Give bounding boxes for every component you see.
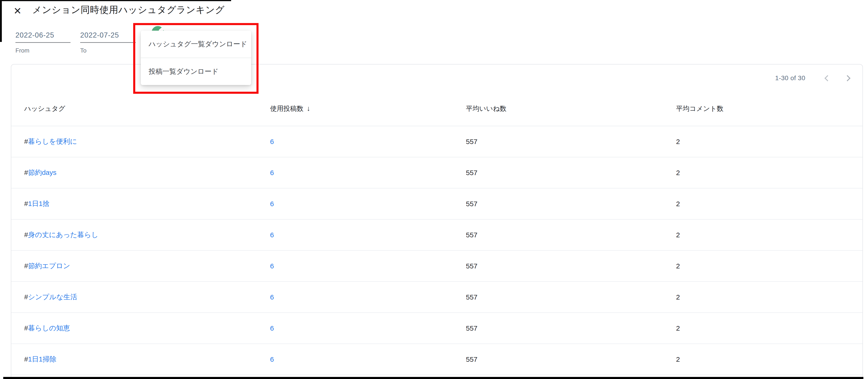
date-from-input[interactable]: 2022-06-25 (16, 31, 70, 40)
hash-prefix: # (24, 355, 28, 363)
column-header-avg-likes[interactable]: 平均いいね数 (453, 104, 663, 113)
close-button[interactable]: ✕ (11, 5, 24, 18)
table-header-row: ハッシュタグ 使用投稿数↓ 平均いいね数 平均コメント数 (11, 92, 863, 126)
posts-used-cell: 6 (257, 355, 453, 363)
table-body: #暮らしを便利に 6 557 2 #節約days 6 557 2 #1日1捨 6 (11, 126, 863, 375)
avg-likes-cell: 557 (453, 324, 663, 332)
date-to-field: 2022-07-25 To (80, 31, 136, 54)
chevron-left-icon (825, 75, 831, 81)
avg-likes-value: 557 (466, 262, 477, 270)
posts-used-cell: 6 (257, 262, 453, 270)
hash-prefix: # (24, 137, 28, 145)
avg-likes-cell: 557 (453, 262, 663, 270)
hashtag-cell: #暮らしを便利に (11, 137, 257, 146)
avg-comments-value: 2 (676, 200, 680, 208)
bottom-black-bar (3, 377, 863, 379)
avg-comments-value: 2 (676, 231, 680, 239)
avg-comments-value: 2 (676, 324, 680, 332)
page-title: メンション同時使用ハッシュタグランキング (32, 4, 225, 16)
avg-comments-cell: 2 (663, 262, 863, 270)
avg-comments-cell: 2 (663, 293, 863, 301)
avg-likes-cell: 557 (453, 355, 663, 363)
hash-prefix: # (24, 293, 28, 301)
posts-count-link[interactable]: 6 (270, 355, 274, 363)
posts-count-link[interactable]: 6 (270, 169, 274, 177)
hashtag-link[interactable]: 1日1掃除 (28, 355, 57, 363)
hashtag-link[interactable]: 身の丈にあった暮らし (28, 231, 98, 239)
ranking-table-card: 1-30 of 30 ハッシュタグ 使用投稿数↓ 平均いいね数 平均コメント数 (11, 64, 863, 379)
table-row: #1日1捨 6 557 2 (11, 188, 863, 220)
table-row: #節約days 6 557 2 (11, 157, 863, 188)
avg-likes-cell: 557 (453, 200, 663, 208)
hash-prefix: # (24, 200, 28, 208)
table-toolbar: 1-30 of 30 (11, 64, 863, 92)
posts-used-cell: 6 (257, 138, 453, 146)
posts-used-cell: 6 (257, 231, 453, 239)
pagination-range-label: 1-30 of 30 (775, 74, 805, 82)
avg-comments-cell: 2 (663, 200, 863, 208)
posts-count-link[interactable]: 6 (270, 138, 274, 146)
avg-comments-cell: 2 (663, 231, 863, 239)
menu-item-post-list-download[interactable]: 投稿一覧ダウンロード (141, 58, 251, 85)
avg-comments-cell: 2 (663, 169, 863, 177)
avg-comments-value: 2 (676, 138, 680, 146)
avg-comments-cell: 2 (663, 138, 863, 146)
hashtag-link[interactable]: 節約エプロン (28, 262, 70, 270)
avg-comments-value: 2 (676, 293, 680, 301)
hash-prefix: # (24, 169, 28, 176)
hashtag-link[interactable]: シンプルな生活 (28, 293, 78, 301)
posts-count-link[interactable]: 6 (270, 200, 274, 208)
posts-count-link[interactable]: 6 (270, 262, 274, 270)
date-to-input[interactable]: 2022-07-25 (80, 31, 136, 40)
column-header-posts-used[interactable]: 使用投稿数↓ (257, 104, 453, 113)
avg-likes-value: 557 (466, 324, 477, 332)
avg-likes-value: 557 (466, 355, 477, 363)
avg-likes-cell: 557 (453, 293, 663, 301)
hashtag-cell: #1日1捨 (11, 199, 257, 209)
posts-used-cell: 6 (257, 293, 453, 301)
avg-comments-value: 2 (676, 169, 680, 177)
hash-prefix: # (24, 262, 28, 270)
avg-comments-cell: 2 (663, 355, 863, 363)
hashtag-cell: #暮らしの知恵 (11, 323, 257, 333)
avg-likes-value: 557 (466, 169, 477, 177)
prev-page-button[interactable] (820, 72, 833, 85)
hashtag-ranking-modal: ✕ メンション同時使用ハッシュタグランキング 2022-06-25 From 2… (0, 0, 868, 379)
hashtag-cell: #身の丈にあった暮らし (11, 230, 257, 240)
menu-item-hashtag-list-download[interactable]: ハッシュタグ一覧ダウンロード (141, 31, 251, 58)
screenshot-edge-artifact (0, 0, 2, 42)
hashtag-link[interactable]: 暮らしを便利に (28, 137, 77, 145)
close-icon: ✕ (13, 5, 22, 17)
hashtag-cell: #節約days (11, 168, 257, 178)
date-from-field: 2022-06-25 From (16, 31, 70, 54)
avg-likes-cell: 557 (453, 231, 663, 239)
table-row: #身の丈にあった暮らし 6 557 2 (11, 220, 863, 251)
table-row: #節約エプロン 6 557 2 (11, 251, 863, 282)
next-page-button[interactable] (842, 72, 855, 85)
screenshot-edge-artifact (0, 0, 231, 1)
avg-comments-value: 2 (676, 262, 680, 270)
avg-comments-value: 2 (676, 355, 680, 363)
column-header-avg-comments[interactable]: 平均コメント数 (663, 104, 863, 113)
chevron-right-icon (844, 75, 850, 81)
hashtag-cell: #1日1掃除 (11, 355, 257, 364)
date-to-label: To (80, 47, 136, 54)
avg-likes-value: 557 (466, 200, 477, 208)
hashtag-link[interactable]: 節約days (28, 169, 57, 176)
posts-count-link[interactable]: 6 (270, 293, 274, 301)
avg-likes-value: 557 (466, 293, 477, 301)
posts-used-cell: 6 (257, 324, 453, 332)
avg-likes-cell: 557 (453, 169, 663, 177)
download-menu: ハッシュタグ一覧ダウンロード 投稿一覧ダウンロード (141, 31, 251, 85)
avg-comments-cell: 2 (663, 324, 863, 332)
table-row: #シンプルな生活 6 557 2 (11, 282, 863, 313)
hashtag-link[interactable]: 暮らしの知恵 (28, 324, 70, 332)
posts-count-link[interactable]: 6 (270, 231, 274, 239)
posts-used-cell: 6 (257, 200, 453, 208)
posts-count-link[interactable]: 6 (270, 324, 274, 332)
hashtag-link[interactable]: 1日1捨 (28, 200, 50, 208)
hash-prefix: # (24, 231, 28, 239)
avg-likes-cell: 557 (453, 138, 663, 146)
column-header-hashtag[interactable]: ハッシュタグ (11, 104, 257, 113)
input-underline (16, 42, 70, 43)
